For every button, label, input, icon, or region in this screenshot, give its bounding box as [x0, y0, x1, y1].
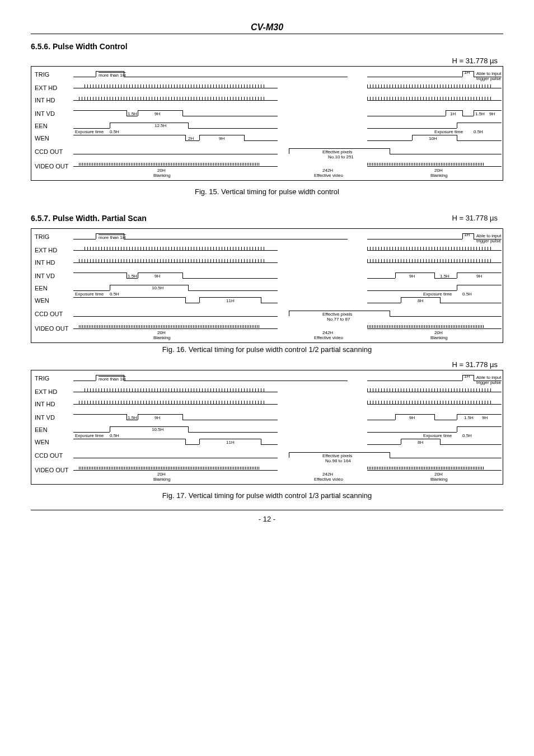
anno: 20H: [157, 472, 166, 477]
label-trig: TRIG: [35, 233, 49, 240]
anno: 1H: [464, 232, 470, 237]
anno: 1H: [464, 374, 470, 379]
anno-9h-r: 9H: [489, 111, 495, 116]
anno-trigger: trigger pulse: [476, 76, 501, 81]
figure-15-caption: Fig. 15. Vertical timing for pulse width…: [31, 187, 503, 196]
anno-05h-l: 0.5H: [110, 129, 119, 134]
label-intvd: INT VD: [35, 273, 55, 279]
anno: trigger pulse: [476, 380, 501, 385]
label-ccdout: CCD OUT: [35, 311, 63, 317]
figure-15-diagram: TRIG EXT HD INT HD INT VD EEN WEN CCD OU…: [31, 66, 503, 181]
anno-effpix: Effective pixels: [322, 149, 352, 154]
anno: 20H: [434, 330, 443, 335]
anno-1.5h-l: 1.5H: [128, 111, 137, 116]
anno: 20H: [434, 472, 443, 477]
label-een: EEN: [35, 285, 48, 292]
anno-able: Able to input: [476, 71, 501, 76]
label-inthd: INT HD: [35, 401, 55, 407]
anno: Effective pixels: [322, 453, 352, 458]
anno: 11H: [226, 298, 235, 303]
page-number: - 12 -: [259, 515, 275, 523]
label-ccdout: CCD OUT: [35, 148, 63, 155]
anno: more than 1H: [99, 377, 125, 382]
page-footer: - 12 -: [31, 510, 503, 523]
label-intvd: INT VD: [35, 414, 55, 421]
anno: Blanking: [153, 477, 171, 482]
anno: 8H: [418, 298, 423, 303]
anno: Effective video: [314, 477, 343, 482]
anno-blank-r: Blanking: [430, 173, 448, 178]
anno: 1.5H: [128, 415, 137, 420]
label-wen: WEN: [35, 297, 49, 304]
anno: Effective pixels: [322, 312, 352, 317]
label-exthd: EXT HD: [35, 247, 57, 253]
anno: 1.5H: [128, 274, 137, 279]
anno: Effective video: [314, 335, 343, 340]
anno: 8H: [418, 440, 423, 445]
anno: 9H: [476, 274, 482, 279]
figure-16-caption: Fig. 16. Vertical timing for pulse width…: [31, 345, 503, 354]
anno-9h2: 9H: [219, 136, 224, 141]
label-trig: TRIG: [35, 71, 49, 78]
label-inthd: INT HD: [35, 259, 55, 266]
label-een: EEN: [35, 426, 48, 433]
anno-effvid: Effective video: [314, 173, 343, 178]
anno: 9H: [409, 415, 415, 420]
anno-range1: No.10 to 251: [328, 154, 354, 159]
label-exthd: EXT HD: [35, 84, 57, 91]
anno-exp-l: Exposure time: [75, 129, 104, 134]
anno: 9H: [482, 415, 488, 420]
anno: 0.5H: [462, 433, 472, 438]
anno-exp-r: Exposure time: [434, 129, 463, 134]
anno-1.5h-r: 1.5H: [475, 111, 485, 116]
anno-1h-r: 1H: [450, 111, 456, 116]
anno-20h-r: 20H: [434, 168, 443, 173]
anno: Exposure time: [423, 433, 452, 438]
h-note-1: H = 31.778 µs: [31, 57, 498, 65]
anno-2h: 2H: [188, 136, 194, 141]
anno: 1.5H: [464, 415, 474, 420]
anno: No.77 to 87: [327, 317, 350, 322]
anno: 10.5H: [152, 285, 163, 290]
anno: Blanking: [430, 477, 448, 482]
anno-10h: 10H: [429, 136, 437, 141]
anno: more than 1H: [99, 235, 125, 240]
label-trig: TRIG: [35, 375, 49, 382]
anno: Blanking: [153, 335, 171, 340]
section-657-title: 6.5.7. Pulse Width. Partial Scan: [31, 214, 147, 223]
h-note-2: H = 31.778 µs: [452, 214, 498, 222]
anno: Exposure time: [75, 433, 104, 438]
label-ccdout: CCD OUT: [35, 452, 63, 459]
anno: 20H: [157, 330, 166, 335]
anno: 0.5H: [462, 292, 472, 297]
anno-242h: 242H: [322, 168, 333, 173]
anno: Able to input: [476, 233, 501, 238]
label-intvd: INT VD: [35, 110, 55, 117]
anno: 1.5H: [440, 274, 449, 279]
label-wen: WEN: [35, 439, 49, 445]
label-wen: WEN: [35, 135, 49, 142]
anno: 11H: [226, 440, 235, 445]
anno: 0.5H: [110, 292, 119, 297]
anno: 9H: [409, 274, 415, 279]
anno: Exposure time: [75, 292, 104, 297]
anno: 10.5H: [152, 427, 163, 432]
anno: 0.5H: [110, 433, 119, 438]
anno: Blanking: [430, 335, 448, 340]
label-videoout: VIDEO OUT: [35, 325, 69, 332]
h-note-3: H = 31.778 µs: [31, 360, 498, 369]
anno-20h-l: 20H: [157, 168, 166, 173]
anno-more-than-1h: more than 1H: [99, 73, 125, 78]
anno: Exposure time: [423, 292, 452, 297]
anno: No.98 to 164: [325, 458, 351, 463]
label-een: EEN: [35, 123, 48, 129]
label-videoout: VIDEO OUT: [35, 467, 69, 473]
anno-9h-l: 9H: [154, 111, 160, 116]
page-header-title: CV-M30: [31, 22, 503, 34]
figure-17-caption: Fig. 17. Vertical timing for pulse width…: [31, 491, 503, 500]
anno: 9H: [154, 415, 160, 420]
anno-blank-l: Blanking: [153, 173, 171, 178]
anno-1h: 1H: [464, 70, 470, 75]
label-videoout: VIDEO OUT: [35, 163, 69, 170]
anno: trigger pulse: [476, 238, 501, 243]
